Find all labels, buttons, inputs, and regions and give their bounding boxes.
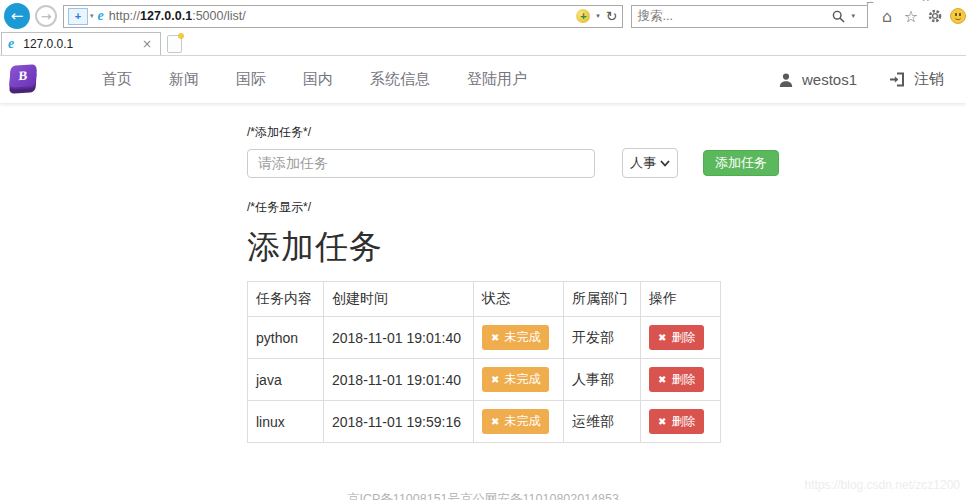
refresh-icon[interactable]: ↻	[606, 8, 618, 24]
window-controls[interactable]: ⌐ ^	[866, 0, 952, 8]
search-icon[interactable]	[832, 10, 845, 23]
cell-task-content: java	[248, 359, 324, 401]
logo-b-icon: B	[9, 64, 37, 88]
logout-button[interactable]: 注销	[889, 70, 944, 89]
nav-item-system-info[interactable]: 系统信息	[370, 70, 430, 89]
status-button[interactable]: ✖未完成	[482, 325, 549, 350]
page-title: 添加任务	[247, 225, 966, 270]
cell-department: 开发部	[564, 317, 641, 359]
add-task-comment: /*添加任务*/	[247, 124, 966, 141]
table-row: linux 2018-11-01 19:59:16 ✖未完成 运维部 ✖删除	[248, 401, 721, 443]
x-icon: ✖	[491, 417, 499, 427]
x-icon: ✖	[491, 375, 499, 385]
favorites-star-icon[interactable]: ☆	[902, 7, 920, 25]
delete-button[interactable]: ✖删除	[649, 325, 704, 350]
search-caret-icon[interactable]: ▾	[851, 12, 855, 20]
logout-icon	[889, 72, 906, 87]
department-selected-label: 人事	[630, 154, 656, 172]
header-created-time: 创建时间	[324, 282, 474, 317]
status-button[interactable]: ✖未完成	[482, 367, 549, 392]
header-operation: 操作	[641, 282, 721, 317]
forward-icon: →	[41, 9, 52, 24]
header-status: 状态	[474, 282, 564, 317]
table-header-row: 任务内容 创建时间 状态 所属部门 操作	[248, 282, 721, 317]
forward-button[interactable]: →	[35, 5, 57, 27]
nav-links: 首页 新闻 国际 国内 系统信息 登陆用户	[102, 70, 527, 89]
feedback-smiley-icon[interactable]	[950, 8, 966, 24]
site-favicon-icon: +	[576, 9, 590, 23]
search-placeholder: 搜索...	[638, 8, 833, 25]
tab-close-icon[interactable]: ×	[140, 37, 154, 51]
cell-task-content: linux	[248, 401, 324, 443]
new-tab-button[interactable]	[167, 35, 182, 53]
address-caret-icon[interactable]: ▾	[596, 12, 600, 20]
delete-button[interactable]: ✖删除	[649, 367, 704, 392]
nav-item-international[interactable]: 国际	[236, 70, 266, 89]
cell-created-time: 2018-11-01 19:01:40	[324, 359, 474, 401]
status-button[interactable]: ✖未完成	[482, 409, 549, 434]
tab-bar: e 127.0.0.1 ×	[0, 32, 966, 56]
site-navbar: B 首页 新闻 国际 国内 系统信息 登陆用户 westos1 注销	[0, 56, 966, 103]
x-icon: ✖	[491, 333, 499, 343]
table-row: java 2018-11-01 19:01:40 ✖未完成 人事部 ✖删除	[248, 359, 721, 401]
logout-label: 注销	[914, 70, 944, 89]
browser-toolbar: ← → + ▾ e http://127.0.0.1:5000/list/ + …	[0, 0, 966, 32]
username-label: westos1	[802, 71, 857, 88]
cell-department: 人事部	[564, 359, 641, 401]
user-icon	[778, 72, 794, 88]
x-icon: ✖	[658, 333, 666, 343]
add-task-form: 人事 添加任务	[247, 148, 966, 178]
ie-page-icon: e	[98, 8, 104, 24]
nav-right: westos1 注销	[778, 70, 944, 89]
nav-item-login-user[interactable]: 登陆用户	[467, 70, 527, 89]
header-task-content: 任务内容	[248, 282, 324, 317]
tab-title: 127.0.0.1	[23, 37, 140, 51]
tab-favicon-icon: e	[8, 36, 14, 52]
x-icon: ✖	[658, 417, 666, 427]
url-text[interactable]: http://127.0.0.1:5000/list/	[109, 9, 577, 23]
x-icon: ✖	[658, 375, 666, 385]
current-user[interactable]: westos1	[778, 71, 857, 88]
back-button[interactable]: ←	[4, 3, 30, 29]
icp-footer: 京ICP备11008151号京公网安备11010802014853	[0, 491, 966, 500]
address-bar[interactable]: + ▾ e http://127.0.0.1:5000/list/ + ▾ ↻	[63, 5, 623, 28]
cell-created-time: 2018-11-01 19:59:16	[324, 401, 474, 443]
cell-task-content: python	[248, 317, 324, 359]
add-task-button[interactable]: 添加任务	[703, 150, 779, 176]
search-box[interactable]: 搜索... ▾	[631, 5, 868, 28]
task-input[interactable]	[247, 149, 595, 178]
department-select[interactable]: 人事	[622, 148, 678, 178]
delete-button[interactable]: ✖删除	[649, 409, 704, 434]
back-icon: ←	[11, 7, 24, 25]
compatibility-icon[interactable]: +	[68, 8, 88, 25]
browser-action-icons: ⌂ ☆	[878, 7, 966, 25]
cell-created-time: 2018-11-01 19:01:40	[324, 317, 474, 359]
home-icon[interactable]: ⌂	[878, 7, 896, 25]
nav-item-domestic[interactable]: 国内	[303, 70, 333, 89]
nav-item-home[interactable]: 首页	[102, 70, 132, 89]
main-content: /*添加任务*/ 人事 添加任务 /*任务显示*/ 添加任务 任务内容 创建时间…	[0, 124, 966, 443]
tab-127-0-0-1[interactable]: e 127.0.0.1 ×	[1, 32, 161, 55]
header-department: 所属部门	[564, 282, 641, 317]
task-display-comment: /*任务显示*/	[247, 199, 966, 216]
chevron-down-icon	[660, 160, 670, 167]
brand-logo[interactable]: B	[8, 65, 40, 95]
settings-gear-icon[interactable]	[926, 7, 944, 25]
table-row: python 2018-11-01 19:01:40 ✖未完成 开发部 ✖删除	[248, 317, 721, 359]
csdn-watermark: https://blog.csdn.net/zcz1200	[805, 478, 960, 492]
task-table: 任务内容 创建时间 状态 所属部门 操作 python 2018-11-01 1…	[247, 281, 721, 443]
nav-item-news[interactable]: 新闻	[169, 70, 199, 89]
compatibility-caret-icon[interactable]: ▾	[90, 12, 94, 20]
cell-department: 运维部	[564, 401, 641, 443]
